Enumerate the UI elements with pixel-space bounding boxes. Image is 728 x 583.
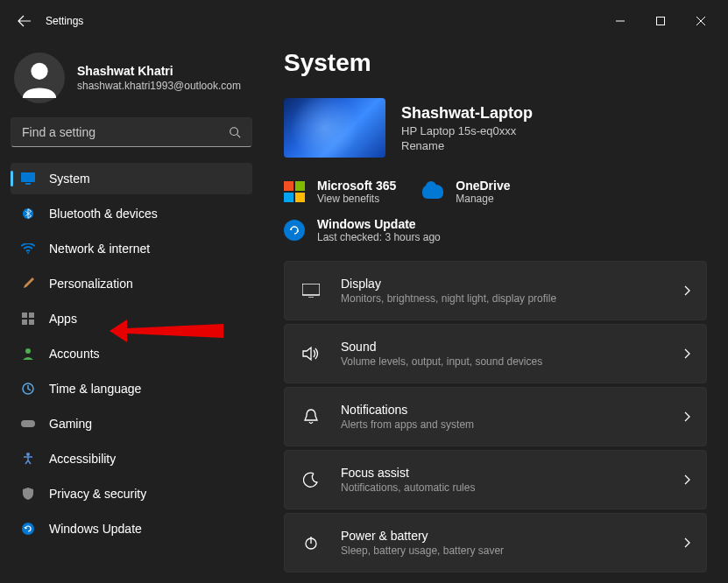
settings-cards: Display Monitors, brightness, night ligh… <box>284 261 707 572</box>
microsoft-365-icon <box>284 181 305 202</box>
nav-label: Personalization <box>49 277 133 291</box>
svg-rect-4 <box>25 183 31 185</box>
card-title: Focus assist <box>341 466 475 480</box>
search-icon <box>229 126 241 138</box>
sidebar-item-accessibility[interactable]: Accessibility <box>11 443 252 474</box>
chevron-right-icon <box>683 348 690 359</box>
maximize-icon <box>656 17 665 25</box>
card-title: Power & battery <box>341 529 504 543</box>
moon-icon <box>300 472 322 488</box>
rename-link[interactable]: Rename <box>401 139 533 152</box>
maximize-button[interactable] <box>640 7 681 35</box>
sidebar-item-gaming[interactable]: Gaming <box>11 408 252 439</box>
microsoft-365-block[interactable]: Microsoft 365 View benefits <box>284 179 396 205</box>
svg-rect-7 <box>22 313 27 318</box>
update-title: Windows Update <box>317 217 441 231</box>
svg-point-14 <box>26 453 30 456</box>
nav-label: Bluetooth & devices <box>49 207 158 221</box>
apps-icon <box>21 312 35 326</box>
close-button[interactable] <box>681 7 721 35</box>
chevron-right-icon <box>683 474 690 485</box>
sidebar-item-windows-update[interactable]: Windows Update <box>11 513 252 544</box>
onedrive-title: OneDrive <box>456 179 510 193</box>
person-icon <box>21 347 35 361</box>
svg-point-2 <box>230 128 238 136</box>
display-icon <box>21 172 35 186</box>
sidebar-item-privacy[interactable]: Privacy & security <box>11 478 252 509</box>
quick-info-row: Microsoft 365 View benefits OneDrive Man… <box>284 179 707 205</box>
profile-block[interactable]: Shashwat Khatri shashwat.khatri1993@outl… <box>11 49 252 117</box>
onedrive-block[interactable]: OneDrive Manage <box>422 179 510 205</box>
power-icon <box>300 535 322 551</box>
card-sound[interactable]: Sound Volume levels, output, input, soun… <box>284 324 707 383</box>
device-row: Shashwat-Laptop HP Laptop 15s-eq0xxx Ren… <box>284 98 707 158</box>
chevron-right-icon <box>683 285 690 296</box>
onedrive-sub[interactable]: Manage <box>456 193 510 205</box>
card-notifications[interactable]: Notifications Alerts from apps and syste… <box>284 387 707 446</box>
update-icon <box>284 220 305 241</box>
card-title: Sound <box>341 340 542 354</box>
svg-point-11 <box>25 348 31 354</box>
svg-point-1 <box>31 63 47 80</box>
card-sub: Sleep, battery usage, battery saver <box>341 544 504 557</box>
sidebar-item-personalization[interactable]: Personalization <box>11 268 252 299</box>
svg-rect-10 <box>29 320 34 325</box>
onedrive-icon <box>422 181 443 202</box>
svg-rect-13 <box>21 420 35 427</box>
card-title: Display <box>341 277 556 291</box>
nav-label: Time & language <box>49 382 141 396</box>
arrow-left-icon <box>18 14 32 28</box>
window-controls <box>600 7 721 35</box>
card-sub: Notifications, automatic rules <box>341 481 475 494</box>
nav-label: Apps <box>49 312 77 326</box>
titlebar: Settings <box>0 0 728 42</box>
chevron-right-icon <box>683 537 690 548</box>
sidebar-item-apps[interactable]: Apps <box>11 303 252 334</box>
sidebar-item-bluetooth[interactable]: Bluetooth & devices <box>11 198 252 229</box>
back-button[interactable] <box>7 4 42 39</box>
svg-rect-0 <box>657 18 665 25</box>
window-title: Settings <box>46 15 83 27</box>
card-focus-assist[interactable]: Focus assist Notifications, automatic ru… <box>284 450 707 509</box>
nav-label: Network & internet <box>49 242 150 256</box>
nav-list: System Bluetooth & devices Network & int… <box>11 163 252 544</box>
clock-icon <box>21 382 35 396</box>
device-model: HP Laptop 15s-eq0xxx <box>401 124 533 137</box>
minimize-icon <box>616 17 625 25</box>
svg-rect-8 <box>29 313 34 318</box>
sidebar-item-network[interactable]: Network & internet <box>11 233 252 264</box>
accessibility-icon <box>21 452 35 466</box>
nav-label: Privacy & security <box>49 487 146 501</box>
card-display[interactable]: Display Monitors, brightness, night ligh… <box>284 261 707 320</box>
update-icon <box>21 522 35 536</box>
minimize-button[interactable] <box>600 7 640 35</box>
display-icon <box>300 284 322 298</box>
avatar <box>14 53 65 103</box>
card-sub: Volume levels, output, input, sound devi… <box>341 355 542 368</box>
search-box[interactable] <box>11 117 252 147</box>
search-input[interactable] <box>22 125 229 139</box>
card-power-battery[interactable]: Power & battery Sleep, battery usage, ba… <box>284 513 707 572</box>
windows-update-block[interactable]: Windows Update Last checked: 3 hours ago <box>284 217 441 243</box>
sound-icon <box>300 346 322 362</box>
sidebar-item-system[interactable]: System <box>11 163 252 194</box>
chevron-right-icon <box>683 411 690 422</box>
m365-sub[interactable]: View benefits <box>317 193 396 205</box>
card-sub: Monitors, brightness, night light, displ… <box>341 292 556 305</box>
nav-label: Accounts <box>49 347 100 361</box>
sidebar-item-time-language[interactable]: Time & language <box>11 373 252 404</box>
card-title: Notifications <box>341 403 474 417</box>
gamepad-icon <box>21 417 35 431</box>
page-title: System <box>284 49 707 77</box>
svg-rect-9 <box>22 320 27 325</box>
brush-icon <box>21 277 35 291</box>
update-sub: Last checked: 3 hours ago <box>317 231 441 243</box>
main-content: System Shashwat-Laptop HP Laptop 15s-eq0… <box>263 42 728 583</box>
bell-icon <box>300 409 322 425</box>
svg-point-15 <box>22 523 34 535</box>
nav-label: System <box>49 172 90 186</box>
close-icon <box>696 17 705 25</box>
profile-email: shashwat.khatri1993@outlook.com <box>77 80 241 92</box>
sidebar-item-accounts[interactable]: Accounts <box>11 338 252 369</box>
bluetooth-icon <box>21 207 35 221</box>
